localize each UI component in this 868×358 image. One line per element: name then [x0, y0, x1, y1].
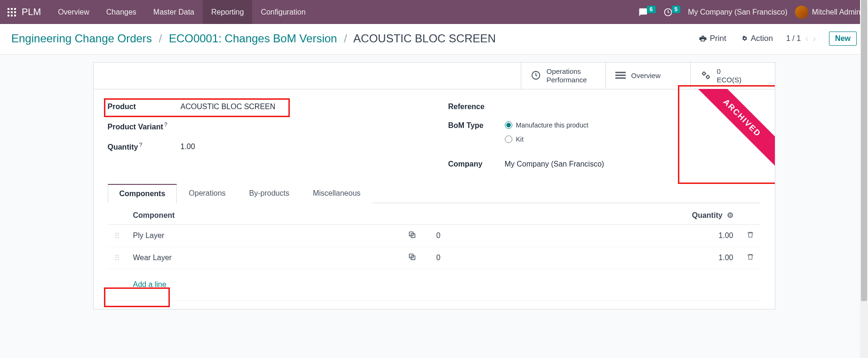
control-bar: Engineering Change Orders / ECO0001: Cha… — [0, 24, 868, 55]
product-label: Product — [108, 103, 181, 111]
breadcrumb-mid[interactable]: ECO0001: Changes BoM Version — [169, 32, 337, 45]
svg-rect-12 — [615, 74, 626, 76]
bom-type-manufacture-radio[interactable] — [505, 121, 512, 129]
svg-rect-13 — [615, 77, 626, 79]
new-button[interactable]: New — [829, 32, 857, 46]
top-navbar: PLM Overview Changes Master Data Reporti… — [0, 0, 868, 24]
table-row[interactable]: ⠿ Ply Layer 0 1.00 — [108, 225, 761, 247]
qty-cell[interactable]: 1.00 — [467, 225, 740, 247]
bom-type-label: BoM Type — [448, 121, 505, 130]
copy-icon[interactable] — [401, 247, 430, 269]
col-quantity[interactable]: Quantity ⚙ — [467, 206, 740, 225]
nav-reporting[interactable]: Reporting — [203, 0, 252, 24]
brand-name[interactable]: PLM — [20, 7, 49, 17]
stat-overview[interactable]: Overview — [605, 63, 690, 89]
activities-badge: 5 — [672, 6, 681, 13]
tab-components[interactable]: Components — [108, 184, 177, 203]
component-cell[interactable]: Ply Layer — [127, 225, 402, 247]
quantity-value[interactable]: 1.00 — [181, 143, 195, 151]
qty-cell[interactable]: 1.00 — [467, 247, 740, 269]
svg-rect-0 — [8, 8, 9, 10]
components-table: Component Quantity ⚙ ⠿ Ply Layer 0 1.00 — [108, 206, 761, 301]
pager: 1 / 1 ‹ › — [786, 34, 816, 44]
vertical-scrollbar[interactable] — [860, 0, 868, 328]
reference-label: Reference — [448, 103, 505, 111]
product-variant-label: Product Variant? — [108, 121, 181, 131]
tab-by-products[interactable]: By-products — [238, 184, 301, 203]
svg-rect-6 — [8, 15, 9, 16]
print-button[interactable]: Print — [699, 34, 726, 43]
trash-icon[interactable] — [740, 247, 761, 269]
svg-rect-7 — [11, 15, 13, 16]
svg-rect-8 — [14, 15, 16, 16]
copy-icon[interactable] — [401, 225, 430, 247]
col-component[interactable]: Component — [127, 206, 402, 225]
nav-configuration[interactable]: Configuration — [252, 0, 314, 24]
nav-overview[interactable]: Overview — [49, 0, 98, 24]
messages-badge: 6 — [647, 6, 656, 13]
tab-miscellaneous[interactable]: Miscellaneous — [301, 184, 372, 203]
svg-rect-1 — [11, 8, 13, 10]
company-label: Company — [448, 160, 505, 168]
activities-icon[interactable]: 5 — [663, 8, 681, 17]
list-icon — [615, 70, 626, 82]
breadcrumb-leaf: ACOUSTIC BLOC SCREEN — [353, 32, 496, 45]
company-value[interactable]: My Company (San Francisco) — [505, 160, 605, 168]
tab-operations[interactable]: Operations — [177, 184, 237, 203]
used-cell: 0 — [430, 225, 467, 247]
help-icon[interactable]: ? — [139, 142, 142, 148]
svg-point-15 — [706, 75, 709, 78]
pager-value[interactable]: 1 / 1 — [786, 34, 801, 43]
component-cell[interactable]: Wear Layer — [127, 247, 402, 269]
action-button[interactable]: Action — [740, 34, 773, 43]
breadcrumb-root[interactable]: Engineering Change Orders — [11, 32, 152, 45]
quantity-label: Quantity? — [108, 142, 181, 151]
svg-rect-3 — [8, 11, 9, 13]
bom-type-kit-radio[interactable] — [505, 135, 512, 143]
gears-icon — [700, 70, 711, 82]
messaging-icon[interactable]: 6 — [638, 8, 656, 17]
notebook-tabs: Components Operations By-products Miscel… — [108, 183, 761, 203]
pager-next-icon[interactable]: › — [813, 34, 816, 44]
svg-rect-2 — [14, 8, 16, 10]
svg-point-14 — [702, 72, 705, 75]
user-menu[interactable]: Mitchell Admin — [795, 6, 860, 19]
company-selector[interactable]: My Company (San Francisco) — [688, 8, 788, 16]
drag-handle-icon[interactable]: ⠿ — [108, 247, 127, 269]
drag-handle-icon[interactable]: ⠿ — [108, 225, 127, 247]
help-icon[interactable]: ? — [164, 121, 167, 128]
stat-ecos[interactable]: 0ECO(S) — [690, 63, 775, 89]
pager-prev-icon[interactable]: ‹ — [805, 34, 808, 44]
stat-buttons-bar: OperationsPerformance Overview 0ECO(S) — [94, 63, 775, 89]
user-name: Mitchell Admin — [812, 8, 860, 16]
svg-rect-4 — [11, 11, 13, 13]
avatar-icon — [795, 6, 808, 19]
used-cell: 0 — [430, 247, 467, 269]
svg-rect-11 — [615, 72, 626, 73]
form-sheet: OperationsPerformance Overview 0ECO(S) A… — [93, 62, 775, 310]
trash-icon[interactable] — [740, 225, 761, 247]
breadcrumb: Engineering Change Orders / ECO0001: Cha… — [11, 32, 496, 45]
clock-icon — [531, 70, 541, 82]
apps-icon[interactable] — [4, 4, 20, 20]
nav-changes[interactable]: Changes — [98, 0, 145, 24]
optional-columns-icon[interactable]: ⚙ — [727, 211, 733, 219]
nav-master-data[interactable]: Master Data — [145, 0, 203, 24]
product-value[interactable]: ACOUSTIC BLOC SCREEN — [181, 103, 276, 111]
add-line-button[interactable]: Add a line — [133, 275, 754, 294]
stat-operations-performance[interactable]: OperationsPerformance — [521, 63, 605, 89]
svg-rect-5 — [14, 11, 16, 13]
table-row[interactable]: ⠿ Wear Layer 0 1.00 — [108, 247, 761, 269]
